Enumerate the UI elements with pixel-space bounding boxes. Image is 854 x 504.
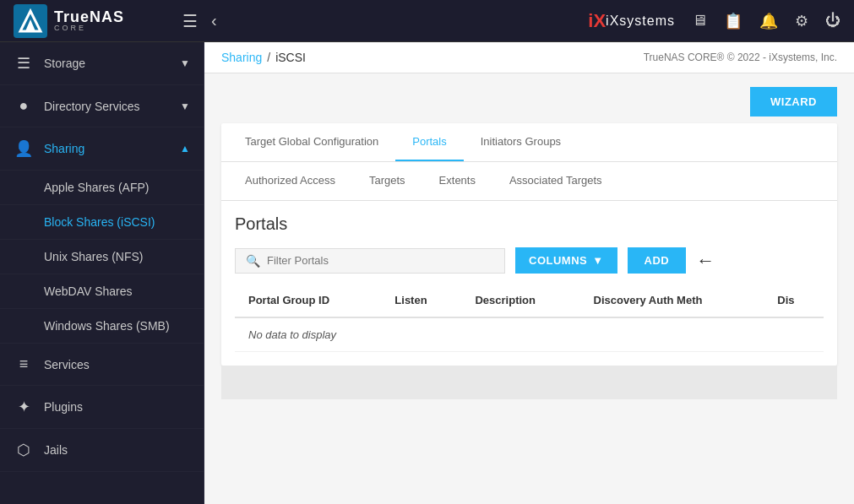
sidebar-item-sharing[interactable]: 👤 Sharing ▲ <box>0 127 204 171</box>
tab-authorized-access[interactable]: Authorized Access <box>228 162 352 200</box>
column-listen: Listen <box>381 284 461 317</box>
sharing-arrow-icon: ▲ <box>180 143 190 154</box>
tabs-row-2: Authorized Access Targets Extents Associ… <box>221 162 837 201</box>
columns-dropdown-icon: ▼ <box>592 254 603 267</box>
navbar-controls: ☰ ‹ <box>182 11 217 31</box>
truenas-logo-icon <box>14 4 47 38</box>
brand-name: iXsystems <box>606 14 675 29</box>
logo: TrueNAS CORE <box>14 4 182 38</box>
search-container: 🔍 <box>235 248 505 274</box>
columns-button[interactable]: COLUMNS ▼ <box>515 247 617 274</box>
sidebar-item-storage[interactable]: ☰ Storage ▼ <box>0 42 204 85</box>
breadcrumb-bar: Sharing / iSCSI TrueNAS CORE® © 2022 - i… <box>204 42 854 73</box>
breadcrumb: Sharing / iSCSI <box>221 51 306 64</box>
sidebar-label-windows-shares: Windows Shares (SMB) <box>44 319 170 333</box>
header-right-text: TrueNAS CORE® © 2022 - iXsystems, Inc. <box>644 51 837 63</box>
sidebar-item-plugins[interactable]: ✦ Plugins <box>0 386 204 429</box>
column-discovery-auth-method: Discovery Auth Meth <box>580 284 764 317</box>
breadcrumb-parent[interactable]: Sharing <box>221 51 262 64</box>
page-content: WIZARD Target Global Configuration Porta… <box>204 73 854 504</box>
sidebar: ☰ Storage ▼ ● Directory Services ▼ 👤 Sha… <box>0 42 204 504</box>
no-data-message: No data to display <box>235 317 824 352</box>
sidebar-item-services[interactable]: ≡ Services <box>0 344 204 386</box>
tab-extents[interactable]: Extents <box>422 162 492 200</box>
sidebar-label-storage: Storage <box>44 57 170 70</box>
plugins-icon: ✦ <box>14 398 34 416</box>
tab-associated-targets[interactable]: Associated Targets <box>492 162 619 200</box>
sidebar-item-unix-shares[interactable]: Unix Shares (NFS) <box>0 240 204 274</box>
sidebar-item-directory-services[interactable]: ● Directory Services ▼ <box>0 85 204 127</box>
arrow-pointer-icon: ← <box>696 250 715 272</box>
clipboard-icon[interactable]: 📋 <box>724 12 742 30</box>
column-dis: Dis <box>764 284 824 317</box>
table-body: No data to display <box>235 317 824 352</box>
bell-icon[interactable]: 🔔 <box>759 12 778 30</box>
sidebar-label-block-shares: Block Shares (iSCSI) <box>44 215 155 229</box>
navbar: TrueNAS CORE ☰ ‹ iXiXsystems 🖥 📋 🔔 ⚙ ⏻ <box>0 0 854 42</box>
column-portal-group-id: Portal Group ID <box>235 284 381 317</box>
logo-text: TrueNAS CORE <box>54 9 124 32</box>
tabs-container: Target Global Configuration Portals Init… <box>221 123 837 366</box>
table-footer <box>221 366 837 399</box>
portals-table: Portal Group ID Listen Description Disco… <box>235 284 824 352</box>
brand-logo: iXiXsystems <box>588 10 675 32</box>
main-layout: ☰ Storage ▼ ● Directory Services ▼ 👤 Sha… <box>0 42 854 504</box>
back-icon[interactable]: ‹ <box>211 11 217 30</box>
tab-target-global[interactable]: Target Global Configuration <box>228 123 395 161</box>
jails-icon: ⬡ <box>14 441 34 459</box>
tab-portals[interactable]: Portals <box>395 123 463 161</box>
directory-services-arrow-icon: ▼ <box>180 100 190 112</box>
sidebar-label-unix-shares: Unix Shares (NFS) <box>44 250 143 263</box>
portals-section: Portals 🔍 COLUMNS ▼ ADD ← <box>221 201 837 366</box>
content-area: Sharing / iSCSI TrueNAS CORE® © 2022 - i… <box>204 42 854 504</box>
add-button[interactable]: ADD <box>628 247 687 274</box>
breadcrumb-separator: / <box>267 51 270 64</box>
sidebar-item-webdav-shares[interactable]: WebDAV Shares <box>0 274 204 309</box>
table-header: Portal Group ID Listen Description Disco… <box>235 284 824 317</box>
storage-icon: ☰ <box>14 54 34 73</box>
settings-icon[interactable]: ⚙ <box>795 12 808 30</box>
sidebar-label-plugins: Plugins <box>44 400 190 414</box>
portals-title: Portals <box>235 214 824 234</box>
hamburger-icon[interactable]: ☰ <box>182 11 198 31</box>
sidebar-item-jails[interactable]: ⬡ Jails <box>0 429 204 472</box>
sidebar-label-webdav-shares: WebDAV Shares <box>44 285 133 298</box>
portals-toolbar: 🔍 COLUMNS ▼ ADD ← <box>235 247 824 274</box>
search-input[interactable] <box>267 254 494 267</box>
logo-name: TrueNAS <box>54 9 124 24</box>
tab-initiators-groups[interactable]: Initiators Groups <box>464 123 578 161</box>
sharing-icon: 👤 <box>14 139 34 158</box>
tab-targets[interactable]: Targets <box>352 162 422 200</box>
tabs-row-1: Target Global Configuration Portals Init… <box>221 123 837 162</box>
sidebar-label-jails: Jails <box>44 443 190 457</box>
navbar-icons: 🖥 📋 🔔 ⚙ ⏻ <box>692 12 840 30</box>
storage-arrow-icon: ▼ <box>180 57 190 69</box>
search-icon: 🔍 <box>246 254 260 268</box>
sidebar-label-directory-services: Directory Services <box>44 100 170 113</box>
sidebar-label-services: Services <box>44 358 190 371</box>
monitor-icon[interactable]: 🖥 <box>692 12 707 30</box>
breadcrumb-current: iSCSI <box>275 51 306 64</box>
sidebar-label-sharing: Sharing <box>44 142 170 155</box>
sidebar-item-windows-shares[interactable]: Windows Shares (SMB) <box>0 309 204 344</box>
sidebar-item-block-shares[interactable]: Block Shares (iSCSI) <box>0 205 204 240</box>
power-icon[interactable]: ⏻ <box>825 12 840 30</box>
directory-services-icon: ● <box>14 97 34 115</box>
sidebar-label-apple-shares: Apple Shares (AFP) <box>44 181 150 194</box>
services-icon: ≡ <box>14 355 34 373</box>
logo-sub: CORE <box>54 24 124 32</box>
sidebar-item-apple-shares[interactable]: Apple Shares (AFP) <box>0 171 204 205</box>
table-row: No data to display <box>235 317 824 352</box>
wizard-button[interactable]: WIZARD <box>750 87 837 117</box>
column-description: Description <box>461 284 579 317</box>
